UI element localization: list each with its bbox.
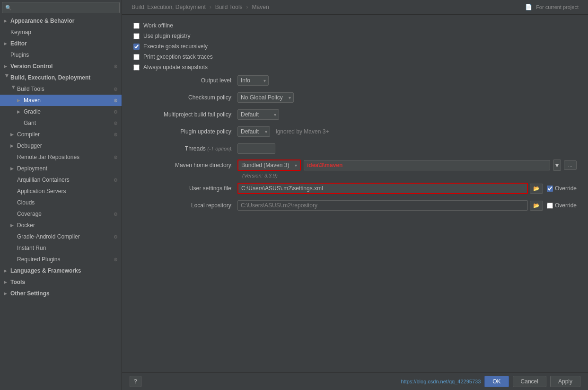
multiproject-policy-label: Multiproject build fail policy: bbox=[133, 111, 237, 118]
plugin-registry-checkbox[interactable] bbox=[133, 33, 140, 39]
sidebar-item-label: Instant Run bbox=[17, 245, 118, 251]
expand-arrow: ▶ bbox=[4, 268, 10, 273]
settings-icon: ⚙ bbox=[114, 109, 118, 115]
local-repo-override-label: Override bbox=[555, 202, 577, 209]
help-button[interactable]: ? bbox=[130, 376, 141, 387]
output-level-dropdown-wrapper: Quiet Info Debug bbox=[237, 75, 269, 86]
threads-row: Threads (-T option). bbox=[133, 142, 577, 155]
user-settings-override-checkbox[interactable] bbox=[547, 186, 553, 192]
expand-arrow: ▶ bbox=[10, 166, 17, 171]
footer-link[interactable]: https://blog.csdn.net/qq_42295733 bbox=[401, 379, 481, 384]
sidebar-item-label: Required Plugins bbox=[17, 256, 112, 263]
expand-arrow: ▶ bbox=[17, 109, 24, 114]
output-level-label: Output level: bbox=[133, 77, 237, 84]
checksum-policy-row: Checksum policy: No Global Policy Ignore… bbox=[133, 91, 577, 104]
sidebar-item-label: Debugger bbox=[17, 142, 118, 149]
execute-goals-label: Execute goals recursively bbox=[143, 43, 208, 50]
ok-button[interactable]: OK bbox=[484, 376, 509, 387]
sidebar-item-compiler[interactable]: ▶ Compiler ⚙ bbox=[0, 129, 122, 140]
work-offline-checkbox[interactable] bbox=[133, 23, 140, 29]
expand-arrow: ▶ bbox=[10, 132, 17, 137]
maven-more-button[interactable]: ... bbox=[564, 160, 577, 170]
checkbox-work-offline: Work offline bbox=[133, 22, 577, 29]
sidebar-item-debugger[interactable]: ▶ Debugger bbox=[0, 140, 122, 151]
sidebar-item-plugins[interactable]: Plugins bbox=[0, 49, 122, 61]
sidebar-item-label: Keymap bbox=[10, 29, 118, 35]
user-settings-controls: 📂 Override bbox=[237, 183, 577, 194]
maven-version-text: (Version: 3.3.9) bbox=[237, 173, 577, 178]
plugin-update-policy-row: Plugin update policy: Default Check Neve… bbox=[133, 125, 577, 138]
sidebar-item-tools[interactable]: ▶ Tools bbox=[0, 276, 122, 288]
sidebar-item-build-exec-deploy[interactable]: ▶ Build, Execution, Deployment bbox=[0, 72, 122, 83]
user-settings-browse-button[interactable]: 📂 bbox=[530, 184, 543, 194]
sidebar-item-label: Tools bbox=[10, 279, 118, 285]
sidebar-item-other-settings[interactable]: ▶ Other Settings bbox=[0, 288, 122, 299]
local-repo-row: Local repository: 📂 Override bbox=[133, 199, 577, 212]
sidebar-item-gradle[interactable]: ▶ Gradle ⚙ bbox=[0, 106, 122, 117]
sidebar-item-maven[interactable]: ▶ Maven ⚙ bbox=[0, 95, 122, 106]
for-project-text: For current project bbox=[536, 4, 579, 10]
work-offline-label: Work offline bbox=[143, 22, 173, 29]
user-settings-row: User settings file: 📂 Override bbox=[133, 182, 577, 195]
maven-bundled-select[interactable]: Bundled (Maven 3) Custom bbox=[238, 160, 300, 170]
sidebar-item-label: Clouds bbox=[17, 199, 118, 206]
footer: ? https://blog.csdn.net/qq_42295733 OK C… bbox=[122, 372, 588, 390]
sidebar-item-remote-jar[interactable]: Remote Jar Repositories ⚙ bbox=[0, 151, 122, 163]
sidebar-item-arquillian[interactable]: Arquillian Containers ⚙ bbox=[0, 174, 122, 186]
search-input[interactable] bbox=[14, 4, 116, 11]
local-repo-override-checkbox[interactable] bbox=[547, 203, 553, 209]
sidebar-item-build-tools[interactable]: ▶ Build Tools ⚙ bbox=[0, 83, 122, 95]
sidebar-item-label: Other Settings bbox=[10, 290, 118, 297]
sidebar-item-label: Plugins bbox=[10, 52, 118, 58]
sidebar-item-label: Version Control bbox=[10, 63, 112, 70]
multiproject-policy-dropdown-wrapper: Default Always Never Fail at End bbox=[237, 109, 279, 120]
sidebar-item-appearance[interactable]: ▶ Appearance & Behavior bbox=[0, 15, 122, 27]
always-update-checkbox[interactable] bbox=[133, 64, 140, 71]
sidebar-item-label: Build Tools bbox=[17, 86, 112, 92]
sidebar-item-version-control[interactable]: ▶ Version Control ⚙ bbox=[0, 61, 122, 72]
sidebar-item-app-servers[interactable]: Application Servers bbox=[0, 186, 122, 197]
threads-input[interactable] bbox=[237, 143, 275, 154]
local-repo-path-input[interactable] bbox=[237, 200, 528, 211]
maven-path-wrapper bbox=[304, 160, 550, 170]
output-level-select[interactable]: Quiet Info Debug bbox=[237, 75, 269, 86]
sidebar-item-editor[interactable]: ▶ Editor bbox=[0, 38, 122, 49]
maven-browse-button[interactable]: ▾ bbox=[553, 160, 561, 171]
settings-icon: ⚙ bbox=[114, 87, 118, 92]
sidebar-item-keymap[interactable]: Keymap bbox=[0, 27, 122, 38]
sidebar-item-docker[interactable]: ▶ Docker bbox=[0, 220, 122, 231]
sidebar-item-coverage[interactable]: Coverage ⚙ bbox=[0, 208, 122, 220]
sidebar-item-languages[interactable]: ▶ Languages & Frameworks bbox=[0, 265, 122, 276]
user-settings-path-input[interactable] bbox=[237, 183, 528, 194]
local-repo-browse-button[interactable]: 📂 bbox=[530, 201, 543, 211]
print-exception-checkbox[interactable] bbox=[133, 54, 140, 60]
user-settings-override-wrapper: Override bbox=[547, 185, 577, 192]
plugin-update-policy-label: Plugin update policy: bbox=[133, 128, 237, 135]
maven-path-input[interactable] bbox=[304, 160, 550, 170]
search-box[interactable]: 🔍 bbox=[2, 2, 120, 13]
settings-icon: ⚙ bbox=[114, 234, 118, 239]
checksum-policy-select[interactable]: No Global Policy Ignore Warn Fail bbox=[237, 92, 294, 103]
maven-bundled-dropdown-wrapper: Bundled (Maven 3) Custom bbox=[237, 160, 301, 171]
cancel-button[interactable]: Cancel bbox=[513, 376, 546, 387]
multiproject-policy-select[interactable]: Default Always Never Fail at End bbox=[237, 109, 279, 120]
sidebar-item-deployment[interactable]: ▶ Deployment bbox=[0, 163, 122, 174]
sidebar-item-required-plugins[interactable]: Required Plugins ⚙ bbox=[0, 254, 122, 265]
settings-icon: ⚙ bbox=[114, 64, 118, 69]
checksum-policy-dropdown-wrapper: No Global Policy Ignore Warn Fail bbox=[237, 92, 294, 103]
expand-arrow: ▶ bbox=[11, 86, 16, 92]
maven-home-controls: Bundled (Maven 3) Custom ▾ ... bbox=[237, 160, 577, 171]
sidebar-item-instant-run[interactable]: Instant Run bbox=[0, 242, 122, 254]
output-level-controls: Quiet Info Debug bbox=[237, 75, 577, 86]
sidebar-item-label: Compiler bbox=[17, 131, 112, 138]
sidebar-item-clouds[interactable]: Clouds bbox=[0, 197, 122, 208]
settings-icon: ⚙ bbox=[114, 98, 118, 103]
plugin-update-policy-select[interactable]: Default Check Never Always bbox=[237, 126, 270, 137]
sidebar-item-gant[interactable]: Gant ⚙ bbox=[0, 117, 122, 129]
sidebar-item-label: Deployment bbox=[17, 165, 118, 172]
print-exception-label: Print exception stack traces bbox=[143, 53, 213, 60]
sidebar-item-gradle-android[interactable]: Gradle-Android Compiler ⚙ bbox=[0, 231, 122, 242]
execute-goals-checkbox[interactable] bbox=[133, 44, 140, 50]
apply-button[interactable]: Apply bbox=[550, 376, 580, 387]
plugin-update-policy-controls: Default Check Never Always ignored by Ma… bbox=[237, 126, 577, 137]
